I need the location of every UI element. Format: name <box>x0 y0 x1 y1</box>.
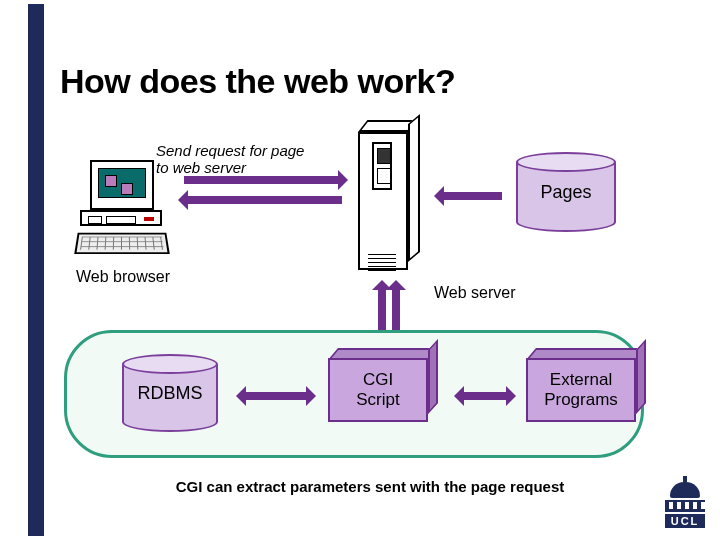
external-label: External Programs <box>526 358 636 422</box>
arrow-server-to-browser <box>184 196 342 204</box>
ucl-logo: UCL <box>658 482 712 532</box>
slide-title: How does the web work? <box>60 62 455 101</box>
arrow-cgi-external <box>460 392 510 400</box>
web-browser-label: Web browser <box>76 268 170 286</box>
rdbms-icon: RDBMS <box>122 354 218 432</box>
web-server-label: Web server <box>434 284 516 302</box>
cgi-script-box: CGI Script <box>328 348 438 422</box>
arrow-server-cgi <box>378 286 386 336</box>
web-server-icon <box>358 132 422 282</box>
pages-db-icon: Pages <box>516 152 616 232</box>
external-programs-box: External Programs <box>526 348 646 422</box>
cgi-label: CGI Script <box>328 358 428 422</box>
ucl-logo-text: UCL <box>665 514 706 528</box>
arrow-cgi-server <box>392 286 400 336</box>
accent-sidebar <box>28 4 44 536</box>
request-label: Send request for page to web server <box>156 142 336 177</box>
rdbms-label: RDBMS <box>122 354 218 432</box>
arrow-browser-to-server <box>184 176 342 184</box>
pages-label: Pages <box>516 152 616 232</box>
arrow-rdbms-cgi <box>242 392 310 400</box>
web-browser-icon <box>80 160 170 260</box>
slide-caption: CGI can extract parameters sent with the… <box>60 478 680 495</box>
arrow-server-to-pages <box>440 192 502 200</box>
diagram-stage: Send request for page to web server Web … <box>60 120 680 490</box>
